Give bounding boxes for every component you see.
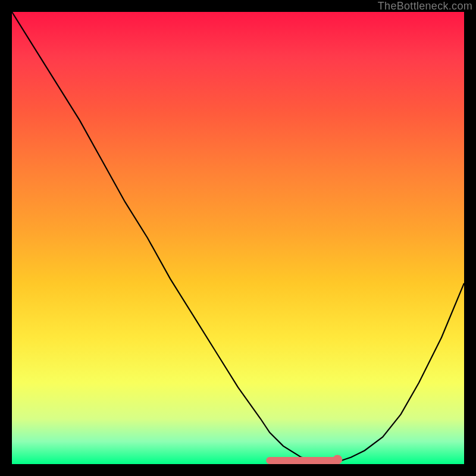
data-curve [12,12,464,462]
watermark-text: TheBottleneck.com [378,0,472,12]
chart-container: TheBottleneck.com [0,0,476,476]
chart-svg [12,12,464,464]
plot-area [12,12,464,464]
dot-marker [333,455,342,464]
